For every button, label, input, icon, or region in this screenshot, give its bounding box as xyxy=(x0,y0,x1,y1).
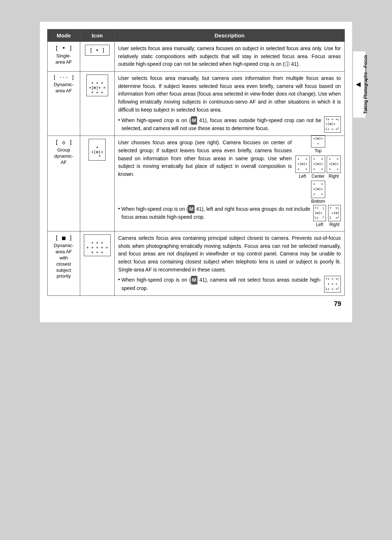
crop-icon-closest: r+ + +┐ + + +L+ + +┘ xyxy=(324,276,341,293)
camera-icon-2: M xyxy=(188,205,195,214)
table-row: [ ■ ] Dynamic-area AFwithclosestsubjectp… xyxy=(48,231,345,296)
description-header: Description xyxy=(114,29,344,42)
table-row: [ • ] Single-area AF [ • ] User selects … xyxy=(48,42,345,72)
crop-icon-right: r +┐ +[⊞]L +┘ xyxy=(328,205,341,222)
desc-cell-group: +[⊞]+ + Top + ++[⊞]++ + Left + ++[⊞]++ + xyxy=(114,136,344,231)
icon-group-bottom: + ++[⊞]++ + xyxy=(311,181,325,198)
desc-cell-closest: Camera selects focus area containing pri… xyxy=(114,231,344,296)
page-number: 79 xyxy=(47,300,345,308)
icon-cell-group: + +[⊞]+ * xyxy=(80,136,115,231)
mode-symbol-closest: [ ■ ] xyxy=(51,234,76,241)
icon-group-dynamic: + +[⊞]+ * xyxy=(89,139,106,161)
camera-icon-3: M xyxy=(191,276,197,285)
group-left: + ++[⊞]++ + Left xyxy=(295,156,310,180)
bullet-text-group: When high-speed crop is on (M 41), left … xyxy=(122,205,310,221)
group-middle-row: + ++[⊞]++ + Left + ++[⊞]++ + Center + ++… xyxy=(295,156,341,180)
group-top: +[⊞]+ + Top xyxy=(311,135,325,154)
bullet-closest: • When high-speed crop is on (M 41), cam… xyxy=(118,276,341,293)
group-center: + ++[⊞]++ + Center xyxy=(311,156,325,180)
icon-closest-subject: + + + + + + + + + + + xyxy=(84,234,111,256)
group-label-right: Right xyxy=(328,173,339,180)
mode-label-closest: Dynamic-area AFwithclosestsubjectpriorit… xyxy=(51,243,76,279)
bullet-icon: • xyxy=(118,116,120,133)
desc-text-group-main: User chooses focus area group (see right… xyxy=(118,140,292,177)
bullet-text-dynamic: When high-speed crop is on (M 41), focus… xyxy=(122,116,322,133)
mode-symbol-dynamic: [ ··· ] xyxy=(51,74,76,80)
icon-single-area: [ • ] xyxy=(85,45,110,56)
group-label-top: Top xyxy=(315,148,322,154)
icon-cell-dynamic: + + + +[⊞]+ + + + + xyxy=(80,72,115,136)
bullet-icon-3: • xyxy=(118,276,120,293)
side-tab: ▶ Taking Photographs—Focus xyxy=(353,51,366,118)
mode-cell-dynamic: [ ··· ] Dynamic-area AF xyxy=(48,72,80,136)
group-label-center: Center xyxy=(311,173,324,180)
desc-text-closest-main: Camera selects focus area containing pri… xyxy=(118,235,341,273)
mode-label-group: Groupdynamic-AF xyxy=(51,147,76,166)
main-table: Mode Icon Description [ • ] Single-area … xyxy=(47,29,345,296)
crop-left-label: Left xyxy=(316,221,323,228)
crop-right-col: r +┐ +[⊞]L +┘ Right xyxy=(328,205,341,228)
icon-cell-closest: + + + + + + + + + + + xyxy=(80,231,115,296)
icon-group-center: + ++[⊞]++ + xyxy=(311,156,325,173)
mode-cell-closest: [ ■ ] Dynamic-area AFwithclosestsubjectp… xyxy=(48,231,80,296)
side-tab-icon: ▶ xyxy=(355,82,362,89)
crop-icon-dynamic: r+ + +┐+[⊞]+L+ + +┘ xyxy=(324,116,341,133)
icon-group-left: + ++[⊞]++ + xyxy=(295,156,310,173)
page: ▶ Taking Photographs—Focus Mode Icon Des… xyxy=(40,22,352,322)
desc-cell-single: User selects focus area manually; camera… xyxy=(114,42,344,72)
bullet-text-closest: When high-speed crop is on (M 41), camer… xyxy=(122,276,322,293)
group-area-diagram: +[⊞]+ + Top + ++[⊞]++ + Left + ++[⊞]++ + xyxy=(295,135,341,205)
mode-header: Mode xyxy=(48,29,80,42)
icon-dynamic-area: + + + +[⊞]+ + + + + xyxy=(86,74,108,96)
mode-cell-group: [ ◇ ] Groupdynamic-AF xyxy=(48,136,80,231)
icon-group-top: +[⊞]+ + xyxy=(311,135,325,148)
crop-right-label: Right xyxy=(329,221,339,228)
group-bottom: + ++[⊞]++ + Bottom xyxy=(311,181,325,205)
crop-left-col: r+ ┐[⊞]+L+ ┘ Left xyxy=(313,205,326,228)
desc-cell-dynamic: User selects focus area manually, but ca… xyxy=(114,72,344,136)
mode-label-dynamic: Dynamic-area AF xyxy=(51,82,76,94)
mode-cell-single-area: [ • ] Single-area AF xyxy=(48,42,80,72)
side-tab-label: Taking Photographs—Focus xyxy=(363,55,368,114)
table-row: [ ◇ ] Groupdynamic-AF + +[⊞]+ * +[⊞]+ + … xyxy=(48,136,345,231)
icon-cell-single: [ • ] xyxy=(80,42,115,72)
icon-header: Icon xyxy=(80,29,115,42)
bullet-group-crop: • When high-speed crop is on (M 41), lef… xyxy=(118,205,341,228)
group-label-left: Left xyxy=(299,173,306,180)
mode-label-single: Single-area AF xyxy=(51,53,76,65)
crop-icon-left: r+ ┐[⊞]+L+ ┘ xyxy=(313,205,326,222)
icon-group-right: + ++[⊞]++ + xyxy=(327,156,341,173)
desc-text-dynamic-main: User selects focus area manually, but ca… xyxy=(118,75,341,113)
mode-symbol-group: [ ◇ ] xyxy=(51,139,76,146)
desc-text-single: User selects focus area manually; camera… xyxy=(118,45,341,67)
group-label-bottom: Bottom xyxy=(311,198,325,205)
camera-icon: M xyxy=(191,116,197,125)
bullet-dynamic: • When high-speed crop is on (M 41), foc… xyxy=(118,116,341,133)
mode-symbol-single: [ • ] xyxy=(51,45,76,52)
table-header-row: Mode Icon Description xyxy=(48,29,345,42)
table-row: [ ··· ] Dynamic-area AF + + + +[⊞]+ + + … xyxy=(48,72,345,136)
group-right: + ++[⊞]++ + Right xyxy=(327,156,341,180)
bullet-icon-2: • xyxy=(118,205,120,213)
